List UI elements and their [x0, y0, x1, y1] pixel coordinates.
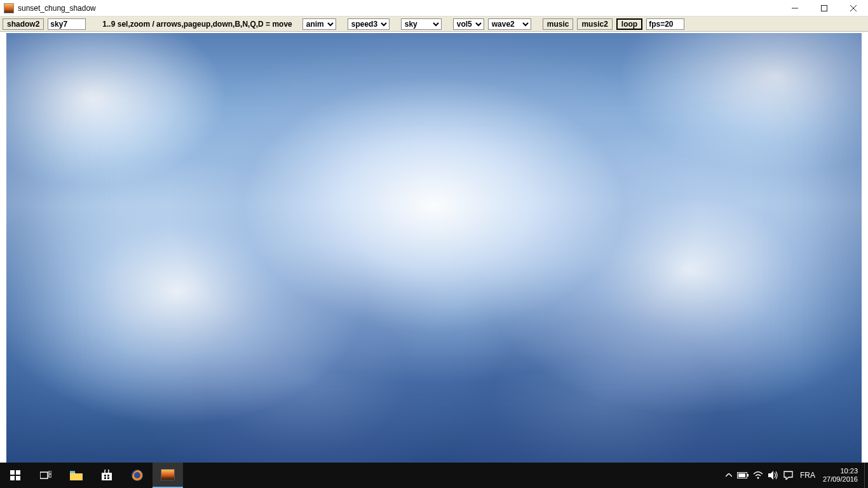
- store-icon: [101, 470, 112, 481]
- svg-rect-13: [104, 475, 106, 477]
- task-view-button[interactable]: [31, 463, 61, 488]
- minimize-button[interactable]: [780, 0, 810, 16]
- help-text: 1..9 sel,zoom / arrows,pageup,down,B,N,Q…: [102, 20, 292, 29]
- tray-overflow-button[interactable]: [722, 473, 735, 477]
- show-desktop-button[interactable]: [864, 463, 868, 488]
- vol-select[interactable]: vol5: [453, 18, 484, 30]
- close-button[interactable]: [839, 0, 868, 16]
- svg-rect-8: [40, 472, 48, 478]
- svg-marker-23: [768, 471, 773, 480]
- speed-select[interactable]: speed3: [348, 18, 390, 30]
- window-title: sunset_chung_shadow: [18, 4, 780, 13]
- svg-rect-11: [70, 471, 75, 473]
- wave-select[interactable]: wave2: [488, 18, 531, 30]
- music-button[interactable]: music: [543, 18, 574, 30]
- sky-select[interactable]: sky: [401, 18, 442, 30]
- svg-point-18: [134, 472, 140, 478]
- svg-rect-4: [10, 470, 15, 475]
- sky-input[interactable]: [48, 18, 86, 30]
- svg-rect-6: [10, 476, 15, 480]
- toolbar: shadow2 1..9 sel,zoom / arrows,pageup,do…: [0, 17, 868, 32]
- svg-rect-5: [16, 470, 20, 475]
- action-center-button[interactable]: [781, 463, 796, 488]
- titlebar: sunset_chung_shadow: [0, 0, 868, 17]
- music2-button[interactable]: music2: [577, 18, 612, 30]
- svg-rect-7: [16, 476, 20, 480]
- svg-rect-20: [747, 474, 749, 477]
- svg-rect-10: [49, 475, 51, 477]
- shadow-button[interactable]: shadow2: [3, 18, 44, 30]
- file-explorer-button[interactable]: [61, 463, 92, 488]
- volume-icon: [768, 471, 778, 480]
- start-button[interactable]: [0, 463, 31, 488]
- chevron-up-icon: [726, 473, 732, 477]
- close-icon: [850, 5, 857, 11]
- app-task-button[interactable]: [153, 463, 183, 488]
- clock[interactable]: 10:23 27/09/2016: [819, 467, 864, 484]
- app-task-icon: [161, 469, 175, 480]
- taskbar: FRA 10:23 27/09/2016: [0, 463, 868, 488]
- anim-select[interactable]: anim: [302, 18, 336, 30]
- svg-rect-9: [49, 471, 51, 473]
- svg-rect-21: [738, 473, 745, 477]
- wifi-button[interactable]: [750, 463, 766, 488]
- language-indicator[interactable]: FRA: [796, 471, 819, 480]
- firefox-icon: [131, 469, 144, 482]
- task-view-icon: [40, 471, 51, 480]
- render-viewport[interactable]: [6, 33, 862, 464]
- svg-rect-14: [107, 475, 109, 477]
- volume-button[interactable]: [766, 463, 781, 488]
- clock-date: 27/09/2016: [823, 475, 858, 484]
- minimize-icon: [792, 5, 798, 11]
- svg-rect-12: [102, 473, 112, 480]
- store-button[interactable]: [92, 463, 122, 488]
- wifi-icon: [753, 471, 763, 479]
- notification-icon: [783, 471, 793, 480]
- loop-button[interactable]: loop: [616, 18, 642, 30]
- clock-time: 10:23: [823, 467, 858, 475]
- svg-rect-15: [104, 477, 106, 479]
- app-icon: [4, 3, 14, 13]
- battery-button[interactable]: [735, 463, 750, 488]
- svg-rect-1: [822, 5, 827, 11]
- system-tray: FRA 10:23 27/09/2016: [722, 463, 868, 488]
- svg-rect-16: [107, 477, 109, 479]
- fps-field[interactable]: [646, 18, 684, 30]
- maximize-icon: [821, 5, 827, 11]
- windows-icon: [10, 470, 20, 480]
- maximize-button[interactable]: [810, 0, 839, 16]
- battery-icon: [737, 472, 749, 478]
- folder-icon: [70, 470, 83, 480]
- window-controls: [780, 0, 868, 16]
- firefox-button[interactable]: [122, 463, 153, 488]
- svg-point-22: [757, 477, 759, 479]
